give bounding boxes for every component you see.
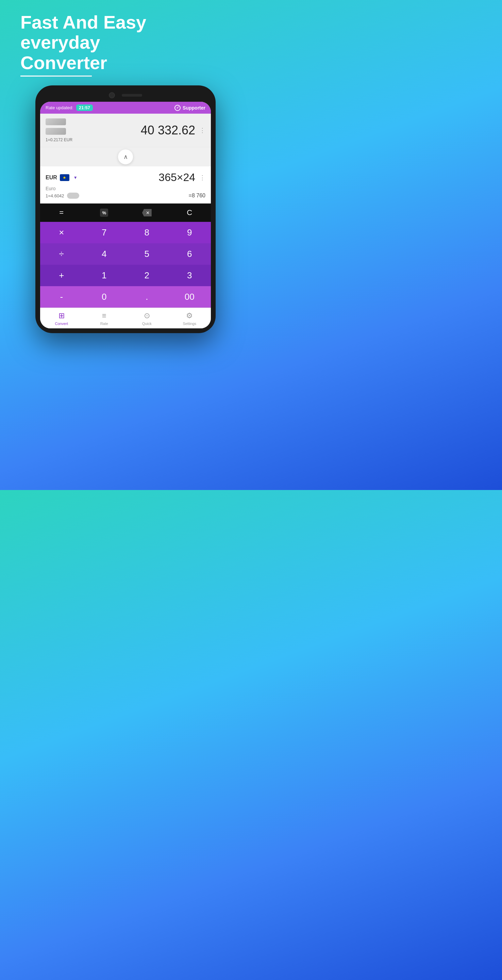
top-currency-left: 1=0.2172 EUR <box>46 118 72 142</box>
num3-button[interactable]: 3 <box>168 265 211 286</box>
clear-button[interactable]: C <box>168 204 211 222</box>
swap-button[interactable]: ∧ <box>118 150 133 164</box>
num8-button[interactable]: 8 <box>126 222 168 243</box>
top-more-icon[interactable]: ⋮ <box>199 127 205 134</box>
hero-line3: Converter <box>21 53 230 73</box>
quick-label: Quick <box>142 321 152 326</box>
numpad: × 7 8 9 ÷ 4 5 6 + 1 2 3 - 0 . 00 <box>40 222 211 308</box>
eur-expression: 365×24 <box>159 171 195 184</box>
phone-mockup: Rate updated: 21:57 ✓ Supporter 1=0.2172… <box>35 86 216 333</box>
rate-updated-area: Rate updated: 21:57 <box>46 105 93 111</box>
num7-button[interactable]: 7 <box>83 222 126 243</box>
num6-button[interactable]: 6 <box>168 243 211 265</box>
bottom-nav: ⊞ Convert ≡ Rate ⊙ Quick ⚙ Settings <box>40 308 211 328</box>
eur-currency-row[interactable]: EUR ★ ▼ 365×24 ⋮ Euro 1=4.6042 <box>40 166 211 204</box>
eur-info: EUR ★ ▼ <box>46 174 78 181</box>
eur-bottom: Euro 1=4.6042 =8 760 <box>46 185 205 199</box>
check-circle-icon: ✓ <box>175 105 181 111</box>
top-flag-placeholder <box>46 118 66 125</box>
settings-label: Settings <box>183 321 196 326</box>
phone-screen: Rate updated: 21:57 ✓ Supporter 1=0.2172… <box>40 102 211 328</box>
percent-button[interactable]: % <box>83 204 126 222</box>
backspace-icon: ✕ <box>142 209 152 216</box>
top-currency-row[interactable]: 1=0.2172 EUR 40 332.62 ⋮ <box>40 114 211 147</box>
quick-icon: ⊙ <box>144 311 150 320</box>
supporter-label: Supporter <box>183 105 205 111</box>
time-badge: 21:57 <box>76 105 93 111</box>
phone-notch <box>40 92 211 98</box>
num0-button[interactable]: 0 <box>83 286 126 308</box>
hero-line1: Fast And Easy <box>21 12 230 32</box>
divide-button[interactable]: ÷ <box>40 243 83 265</box>
eur-rate-value: 1=4.6042 <box>46 193 64 198</box>
nav-settings[interactable]: ⚙ Settings <box>168 308 211 328</box>
num5-button[interactable]: 5 <box>126 243 168 265</box>
top-currency-value: 40 332.62 <box>141 123 195 137</box>
rate-updated-label: Rate updated: <box>46 105 73 110</box>
multiply-button[interactable]: × <box>40 222 83 243</box>
hero-section: Fast And Easy everyday Converter <box>0 0 251 80</box>
num9-button[interactable]: 9 <box>168 222 211 243</box>
hero-underline <box>21 76 92 76</box>
eu-flag-icon: ★ <box>60 174 69 181</box>
status-bar: Rate updated: 21:57 ✓ Supporter <box>40 102 211 114</box>
equals-button[interactable]: = <box>40 204 83 222</box>
eur-code-label: EUR <box>46 175 57 181</box>
eur-top: EUR ★ ▼ 365×24 ⋮ <box>46 171 205 184</box>
nav-convert[interactable]: ⊞ Convert <box>40 308 83 328</box>
rate-toggle[interactable] <box>67 192 79 199</box>
minus-button[interactable]: - <box>40 286 83 308</box>
supporter-badge[interactable]: ✓ Supporter <box>175 105 205 111</box>
eur-right: 365×24 ⋮ <box>159 171 205 184</box>
phone-camera <box>109 92 115 98</box>
convert-label: Convert <box>55 321 68 326</box>
num2-button[interactable]: 2 <box>126 265 168 286</box>
eur-result: =8 760 <box>189 192 205 199</box>
hero-line2: everyday <box>21 32 230 52</box>
operator-row: = % ✕ C <box>40 204 211 222</box>
nav-rate[interactable]: ≡ Rate <box>83 308 126 328</box>
backspace-button[interactable]: ✕ <box>126 204 168 222</box>
eur-name-label: Euro <box>46 186 79 191</box>
double-zero-button[interactable]: 00 <box>168 286 211 308</box>
eur-dropdown-arrow[interactable]: ▼ <box>73 175 78 180</box>
num4-button[interactable]: 4 <box>83 243 126 265</box>
percent-icon: % <box>100 208 108 217</box>
top-currency-right: 40 332.62 ⋮ <box>141 123 205 137</box>
swap-area: ∧ <box>40 147 211 166</box>
nav-quick[interactable]: ⊙ Quick <box>126 308 168 328</box>
eur-left: EUR ★ ▼ <box>46 174 78 181</box>
rate-label: Rate <box>100 321 108 326</box>
top-currency-rate: 1=0.2172 EUR <box>46 137 72 142</box>
settings-icon: ⚙ <box>186 311 193 320</box>
phone-speaker <box>122 94 142 97</box>
decimal-button[interactable]: . <box>126 286 168 308</box>
eur-rate: 1=4.6042 <box>46 192 79 199</box>
eur-more-icon[interactable]: ⋮ <box>199 174 205 181</box>
plus-button[interactable]: + <box>40 265 83 286</box>
top-flag-placeholder-2 <box>46 128 66 135</box>
convert-icon: ⊞ <box>59 311 65 320</box>
num1-button[interactable]: 1 <box>83 265 126 286</box>
rate-icon: ≡ <box>102 311 106 320</box>
